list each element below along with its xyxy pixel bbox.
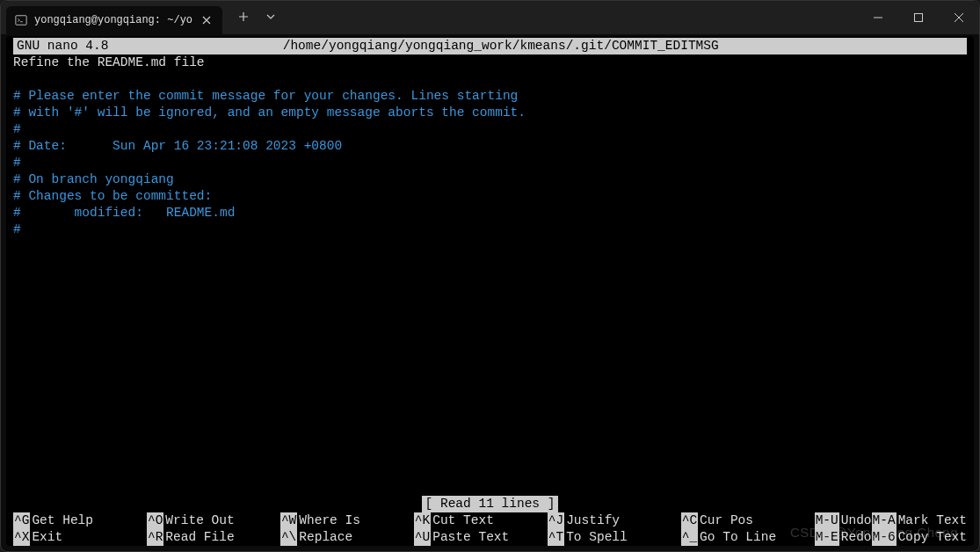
comment-changes: # Changes to be committed:: [13, 189, 212, 203]
nano-header: GNU nano 4.8 /home/yongqiang/yongqiang_w…: [13, 38, 967, 54]
nano-status: [ Read 11 lines ]: [6, 496, 974, 512]
tab-area: yongqiang@yongqiang: ~/yo: [1, 1, 279, 34]
window-titlebar: yongqiang@yongqiang: ~/yo: [1, 1, 979, 34]
minimize-button[interactable]: [858, 1, 898, 34]
comment-modified: # modified: README.md: [13, 206, 235, 220]
editor-content[interactable]: Refine the README.md file # Please enter…: [13, 54, 967, 238]
svg-rect-0: [16, 16, 26, 25]
svg-rect-1: [915, 14, 923, 22]
comment-line: #: [13, 156, 21, 170]
close-button[interactable]: [939, 1, 979, 34]
nano-filepath: /home/yongqiang/yongqiang_work/kmeans/.g…: [108, 38, 893, 54]
commit-msg: Refine the README.md file: [13, 55, 205, 69]
shortcut-writeout[interactable]: ^OWrite Out: [147, 512, 280, 529]
terminal-tab[interactable]: yongqiang@yongqiang: ~/yo: [6, 6, 222, 34]
comment-line: # with '#' will be ignored, and an empty…: [13, 105, 526, 120]
shortcut-tospell[interactable]: ^TTo Spell: [548, 529, 681, 546]
close-tab-icon[interactable]: [200, 13, 214, 27]
window-controls: [858, 1, 979, 34]
new-tab-button[interactable]: [231, 5, 256, 30]
shortcut-whereis[interactable]: ^WWhere Is: [280, 512, 414, 529]
shortcut-justify[interactable]: ^JJustify: [548, 512, 681, 529]
watermark: CSDN @Yongqiang Cheng: [790, 524, 958, 541]
terminal-content[interactable]: GNU nano 4.8 /home/yongqiang/yongqiang_w…: [6, 36, 974, 546]
terminal-window: yongqiang@yongqiang: ~/yo: [0, 0, 980, 552]
nano-version: GNU nano 4.8: [17, 38, 108, 54]
comment-line: # Please enter the commit message for yo…: [13, 89, 518, 103]
tab-title: yongqiang@yongqiang: ~/yo: [34, 14, 192, 26]
shortcut-readfile[interactable]: ^RRead File: [147, 529, 280, 546]
shortcut-help[interactable]: ^GGet Help: [13, 512, 147, 529]
tab-dropdown-icon[interactable]: [263, 6, 279, 29]
shortcut-pastetext[interactable]: ^UPaste Text: [414, 529, 548, 546]
shortcut-cuttext[interactable]: ^KCut Text: [414, 512, 548, 529]
shortcut-exit[interactable]: ^XExit: [13, 529, 147, 546]
comment-line: #: [13, 122, 21, 136]
maximize-button[interactable]: [898, 1, 939, 34]
comment-branch: # On branch yongqiang: [13, 172, 174, 186]
comment-line: #: [13, 222, 21, 236]
terminal-icon: [15, 14, 27, 26]
shortcut-replace[interactable]: ^\Replace: [280, 529, 414, 546]
status-text: [ Read 11 lines ]: [422, 496, 559, 512]
comment-date: # Date: Sun Apr 16 23:21:08 2023 +0800: [13, 139, 342, 153]
